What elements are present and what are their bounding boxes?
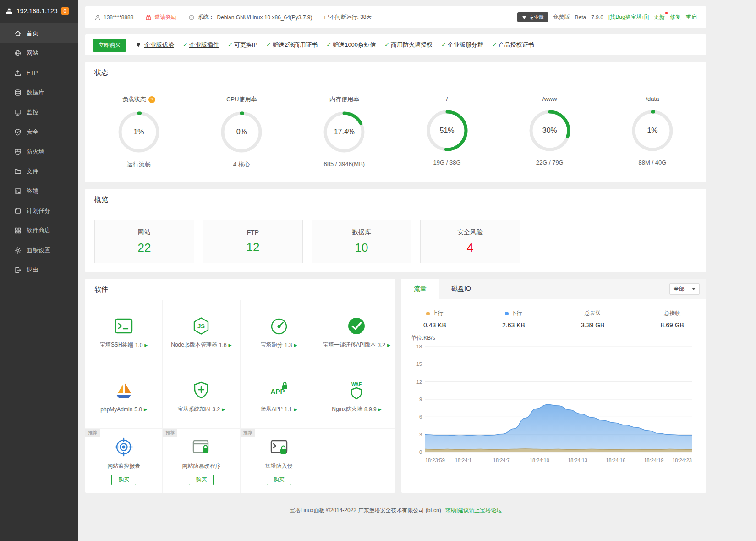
software-name: 网站监控报表 [104, 462, 143, 470]
database-icon [14, 89, 22, 96]
software-item[interactable]: 宝塔跑分1.3▶ [241, 300, 318, 364]
intrusion-lock-icon [269, 436, 289, 458]
sidebar-item-sites[interactable]: 网站 [0, 43, 78, 63]
account-item[interactable]: 138****8888 [94, 14, 133, 21]
firewall-icon [14, 148, 22, 155]
gauge-ring: 1% [117, 110, 161, 154]
phpmyadmin-icon [114, 381, 134, 402]
sidebar-item-files[interactable]: 文件 [0, 161, 78, 181]
security-icon [14, 128, 22, 136]
system-info: 系统： Debian GNU/Linux 10 x86_64(Py3.7.9) [188, 13, 312, 21]
sidebar-item-ftp[interactable]: FTP [0, 63, 78, 83]
promo-feature[interactable]: ✓企业版服务群 [441, 41, 483, 49]
enterprise-advantage-link[interactable]: 企业版优势 [135, 41, 174, 49]
recommend-tag: 推荐 [163, 429, 177, 437]
sidebar-item-appstore[interactable]: 软件商店 [0, 221, 78, 240]
traffic-chart-area: 单位:KB/s 036912151818:23:5918:24:118:24:7… [401, 331, 706, 473]
overview-boxes: 网站22FTP12数据库10安全风险4 [85, 210, 706, 272]
sidebar-item-label: FTP [27, 69, 38, 76]
software-name: 网站防篡改程序 [179, 462, 223, 470]
bug-bounty-link[interactable]: [找Bug奖宝塔币] [608, 13, 649, 21]
sidebar-item-monitor[interactable]: 监控 [0, 102, 78, 122]
buy-now-button[interactable]: 立即购买 [93, 39, 126, 52]
software-item[interactable]: 推荐网站防篡改程序购买 [163, 429, 240, 493]
status-title: 状态 [85, 62, 706, 83]
promo-feature[interactable]: ✓赠送2张商用证书 [266, 41, 318, 49]
overview-value: 4 [467, 241, 473, 255]
sidebar-item-home[interactable]: 首页 [0, 23, 78, 43]
software-item[interactable]: 推荐网站监控报表购买 [85, 429, 163, 493]
software-item[interactable]: APP堡塔APP1.1▶ [241, 364, 318, 429]
tab-disk-io[interactable]: 磁盘IO [439, 279, 483, 299]
pro-badge[interactable]: 专业版 [517, 12, 548, 22]
help-icon[interactable]: ? [148, 96, 155, 103]
sidebar-item-label: 数据库 [27, 88, 44, 97]
traffic-stat-total-sent: 总发送3.39 GB [581, 309, 604, 329]
overview-value: 10 [355, 241, 368, 255]
svg-text:9: 9 [419, 397, 422, 402]
repair-link[interactable]: 修复 [670, 13, 681, 21]
software-item[interactable]: JSNode.js版本管理器1.6▶ [163, 300, 240, 364]
sidebar-item-security[interactable]: 安全 [0, 122, 78, 142]
nodejs-icon: JS [191, 315, 211, 337]
buy-button[interactable]: 购买 [111, 475, 136, 485]
promo-feature[interactable]: ✓可更换IP [228, 41, 257, 49]
software-item[interactable]: 宝塔SSH终端1.0▶ [85, 300, 163, 364]
promo-feature[interactable]: ✓赠送1000条短信 [326, 41, 376, 49]
settings-icon [14, 247, 22, 254]
gauge-ring: 1% [630, 109, 674, 153]
play-icon: ▶ [294, 407, 297, 412]
svg-text:18:23:59: 18:23:59 [425, 458, 445, 463]
sidebar-item-firewall[interactable]: 防火墙 [0, 142, 78, 161]
sidebar-item-cron[interactable]: 计划任务 [0, 201, 78, 221]
main-content: 138****8888 邀请奖励 系统： Debian GNU/Linux 10… [78, 0, 756, 526]
sidebar-item-label: 安全 [27, 128, 38, 136]
buy-button[interactable]: 购买 [189, 475, 214, 485]
update-link[interactable]: 更新 [654, 13, 665, 21]
ftp-icon [14, 69, 22, 77]
gauge-value: 0% [219, 110, 263, 154]
gauge-label: / [446, 95, 448, 102]
status-panel: 状态 负载状态?1%运行流畅CPU使用率0%4 核心内存使用率17.4%685 … [85, 62, 706, 182]
svg-text:WAF: WAF [351, 382, 362, 387]
sidebar-item-database[interactable]: 数据库 [0, 83, 78, 102]
forum-help-link[interactable]: 求助|建议请上宝塔论坛 [445, 507, 502, 513]
traffic-range-select[interactable]: 全部 [669, 283, 700, 295]
svg-text:15: 15 [416, 361, 422, 367]
sidebar-item-label: 软件商店 [27, 226, 50, 235]
restart-link[interactable]: 重启 [686, 13, 697, 21]
tab-traffic[interactable]: 流量 [401, 279, 439, 299]
promo-feature[interactable]: ✓产品授权证书 [492, 41, 534, 49]
software-name: 堡塔防入侵 [263, 462, 296, 470]
overview-risk[interactable]: 安全风险4 [420, 220, 520, 263]
overview-ftp[interactable]: FTP12 [203, 220, 303, 263]
overview-sites[interactable]: 网站22 [94, 220, 194, 263]
software-item[interactable]: 宝塔一键迁移API版本3.2▶ [318, 300, 395, 364]
software-item[interactable]: WAFNginx防火墙8.9.9▶ [318, 364, 395, 429]
buy-button[interactable]: 购买 [267, 475, 291, 485]
svg-text:18:24:10: 18:24:10 [530, 458, 549, 463]
software-item[interactable]: 推荐堡塔防入侵购买 [241, 429, 318, 493]
promo-feature[interactable]: ✓企业版插件 [183, 41, 219, 49]
sidebar-item-label: 防火墙 [27, 148, 44, 156]
sidebar-item-terminal[interactable]: 终端 [0, 181, 78, 201]
sidebar-item-logout[interactable]: 退出 [0, 260, 78, 280]
software-item[interactable]: phpMyAdmin5.0▶ [85, 364, 163, 429]
invite-reward-link[interactable]: 邀请奖励 [145, 13, 176, 21]
sidebar-item-label: 计划任务 [27, 207, 50, 215]
panel-logo[interactable]: 192.168.1.123 0 [0, 0, 78, 22]
gauge-ring: 17.4% [322, 110, 366, 154]
sidebar: 192.168.1.123 0 首页网站FTP数据库监控安全防火墙文件终端计划任… [0, 0, 78, 541]
promo-feature[interactable]: ✓商用防火墙授权 [384, 41, 433, 49]
sidebar-item-label: 网站 [27, 49, 38, 57]
sidebar-item-label: 面板设置 [27, 246, 50, 254]
overview-database[interactable]: 数据库10 [312, 220, 411, 263]
software-item[interactable]: 宝塔系统加固3.2▶ [163, 364, 240, 429]
recommend-tag: 推荐 [241, 429, 255, 437]
gauge-sub: 22G / 79G [536, 159, 564, 166]
play-icon: ▶ [222, 407, 225, 412]
diamond-icon [135, 42, 142, 48]
message-count-badge[interactable]: 0 [61, 7, 69, 15]
sidebar-item-settings[interactable]: 面板设置 [0, 240, 78, 260]
waf-shield-icon: WAF [346, 380, 367, 401]
